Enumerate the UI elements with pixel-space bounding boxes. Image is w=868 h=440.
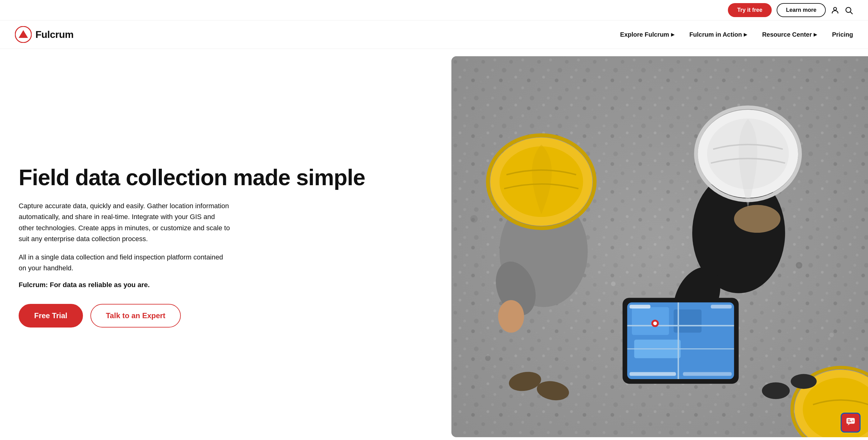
nav-item-pricing[interactable]: Pricing xyxy=(832,31,853,38)
nav-item-resource-center[interactable]: Resource Center ▶ xyxy=(762,31,817,38)
hero-platform-text: All in a single data collection and fiel… xyxy=(19,252,230,274)
nav-links: Explore Fulcrum ▶ Fulcrum in Action ▶ Re… xyxy=(620,31,853,38)
user-icon[interactable] xyxy=(831,6,839,14)
svg-point-44 xyxy=(653,322,657,325)
svg-rect-62 xyxy=(852,420,854,420)
svg-rect-59 xyxy=(848,419,850,420)
logo-icon xyxy=(15,26,32,43)
svg-rect-46 xyxy=(711,305,732,309)
svg-rect-45 xyxy=(629,305,650,309)
try-it-free-button[interactable]: Try it free xyxy=(728,3,772,17)
nav-item-in-action[interactable]: Fulcrum in Action ▶ xyxy=(689,31,747,38)
logo[interactable]: Fulcrum xyxy=(15,26,74,43)
chat-icon xyxy=(846,417,856,429)
search-icon[interactable] xyxy=(844,6,853,14)
hero-description: Capture accurate data, quickly and easil… xyxy=(19,200,230,244)
svg-rect-48 xyxy=(683,372,732,376)
hero-buttons: Free Trial Talk to an Expert xyxy=(19,304,433,327)
svg-point-54 xyxy=(611,282,615,286)
svg-point-0 xyxy=(834,7,836,10)
main-nav: Fulcrum Explore Fulcrum ▶ Fulcrum in Act… xyxy=(0,21,868,49)
chevron-icon: ▶ xyxy=(744,32,747,37)
logo-text: Fulcrum xyxy=(35,29,74,40)
svg-rect-39 xyxy=(687,337,727,358)
chat-widget[interactable] xyxy=(841,413,861,433)
svg-point-22 xyxy=(734,205,780,233)
hero-content: Field data collection made simple Captur… xyxy=(0,49,452,440)
learn-more-button[interactable]: Learn more xyxy=(777,3,826,17)
svg-rect-63 xyxy=(852,421,854,422)
chevron-icon: ▶ xyxy=(671,32,675,37)
talk-to-expert-button[interactable]: Talk to an Expert xyxy=(90,304,181,327)
chevron-icon: ▶ xyxy=(814,32,817,37)
svg-line-2 xyxy=(850,12,852,14)
svg-point-53 xyxy=(485,355,491,361)
svg-rect-61 xyxy=(851,419,854,423)
free-trial-button[interactable]: Free Trial xyxy=(19,304,83,327)
top-bar: Try it free Learn more xyxy=(0,0,868,21)
svg-point-51 xyxy=(762,382,790,399)
hero-title: Field data collection made simple xyxy=(19,166,433,190)
svg-point-56 xyxy=(829,333,834,338)
nav-item-explore[interactable]: Explore Fulcrum ▶ xyxy=(620,31,675,38)
svg-point-52 xyxy=(790,374,817,389)
svg-rect-60 xyxy=(848,421,852,422)
svg-point-55 xyxy=(796,262,802,269)
hero-illustration xyxy=(452,56,868,437)
svg-point-17 xyxy=(498,300,524,333)
hero-tagline: Fulcrum: For data as reliable as you are… xyxy=(19,281,433,289)
svg-point-57 xyxy=(470,215,477,222)
svg-rect-36 xyxy=(632,307,669,335)
hero-image xyxy=(452,56,868,437)
svg-rect-47 xyxy=(629,372,676,376)
hero-section: Field data collection made simple Captur… xyxy=(0,49,868,440)
